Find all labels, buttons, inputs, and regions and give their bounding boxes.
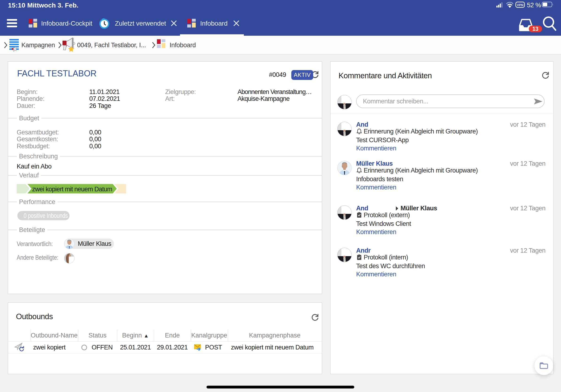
svg-text:VPN: VPN <box>517 3 523 7</box>
